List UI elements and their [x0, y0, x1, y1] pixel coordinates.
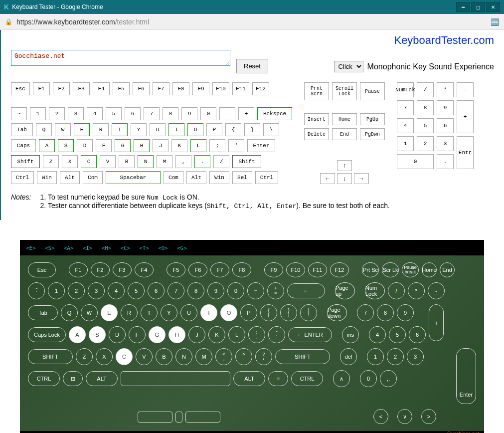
- key2-f2[interactable]: F2: [91, 262, 110, 277]
- key2-9[interactable]: 9: [397, 304, 414, 321]
- key2-alt[interactable]: ALT: [233, 371, 265, 386]
- key2-r[interactable]: R: [121, 304, 138, 321]
- key2-ctrl[interactable]: CTRL: [28, 371, 60, 386]
- key2-3[interactable]: 3: [88, 282, 105, 299]
- key2-z[interactable]: Z: [76, 348, 93, 365]
- key-f[interactable]: F: [96, 139, 112, 152]
- tag[interactable]: <A>: [64, 245, 74, 251]
- key-y[interactable]: Y: [131, 123, 147, 136]
- key-e[interactable]: E: [74, 123, 90, 136]
- key2-tab[interactable]: Tab: [28, 305, 58, 320]
- key-f11[interactable]: F11: [232, 82, 249, 95]
- key2-f9[interactable]: F9: [264, 262, 283, 277]
- key2-<-,[interactable]: <,: [215, 348, 232, 365]
- key-f6[interactable]: F6: [133, 82, 150, 95]
- key2-esc[interactable]: Esc: [28, 262, 56, 277]
- key-j[interactable]: J: [153, 139, 168, 152]
- key-spacebar[interactable]: Spacebar: [106, 171, 161, 184]
- key-alt[interactable]: Alt: [186, 171, 206, 184]
- key2-,,[interactable]: ,,: [380, 370, 397, 387]
- key2-6[interactable]: 6: [148, 282, 165, 299]
- key-'[interactable]: ': [228, 139, 244, 152]
- key-/[interactable]: /: [213, 155, 229, 168]
- key2-?-/[interactable]: ?/: [255, 348, 272, 365]
- key2-n[interactable]: N: [175, 348, 192, 365]
- key-f12[interactable]: F12: [252, 82, 269, 95]
- key2-e[interactable]: E: [101, 304, 118, 321]
- arrow-down-key[interactable]: ↓: [337, 173, 352, 184]
- key-np-0[interactable]: 0: [397, 154, 434, 169]
- key2-f10[interactable]: F10: [286, 262, 305, 277]
- key2->-.[interactable]: >.: [235, 348, 252, 365]
- key2-g[interactable]: G: [149, 326, 166, 343]
- key2-_--[interactable]: _-: [247, 282, 264, 299]
- spacebar-segment[interactable]: [185, 412, 220, 423]
- key-{[interactable]: {: [225, 123, 241, 136]
- key-esc[interactable]: Esc: [11, 82, 30, 95]
- key-f8[interactable]: F8: [172, 82, 189, 95]
- key-scroll-lock[interactable]: ScrollLock: [332, 82, 357, 100]
- key-insert[interactable]: Insert: [304, 113, 329, 125]
- key-np-enter[interactable]: Entr: [457, 136, 474, 169]
- key-d[interactable]: D: [77, 139, 93, 152]
- minimize-button[interactable]: ━: [456, 2, 470, 12]
- key-c[interactable]: C: [81, 155, 97, 168]
- key2-∨[interactable]: ∨: [397, 409, 412, 424]
- key-np-1[interactable]: 1: [397, 136, 414, 151]
- arrow-right-key[interactable]: →: [354, 173, 369, 184]
- key-s[interactable]: S: [58, 139, 74, 152]
- key2-b[interactable]: B: [156, 348, 172, 365]
- key-7[interactable]: 7: [144, 107, 160, 120]
- key2-4[interactable]: 4: [108, 282, 125, 299]
- key2-:-;[interactable]: :;: [248, 326, 265, 343]
- key-3[interactable]: 3: [68, 107, 84, 120]
- key-np-8[interactable]: 8: [417, 100, 434, 115]
- key-end[interactable]: End: [332, 128, 357, 140]
- key-r[interactable]: R: [93, 123, 109, 136]
- tag[interactable]: <H>: [102, 245, 112, 251]
- key2-f6[interactable]: F6: [188, 262, 207, 277]
- key-8[interactable]: 8: [163, 107, 178, 120]
- key-;[interactable]: ;: [209, 139, 225, 152]
- key2-f7[interactable]: F7: [210, 262, 229, 277]
- key2-8[interactable]: 8: [187, 282, 204, 299]
- key2-≡[interactable]: ≡: [268, 371, 288, 386]
- key2-a[interactable]: A: [69, 326, 86, 343]
- key2-home[interactable]: Home: [422, 262, 437, 277]
- key2-2[interactable]: 2: [387, 348, 404, 365]
- key--[interactable]: -: [219, 107, 235, 120]
- key-q[interactable]: Q: [36, 123, 52, 136]
- key2-shift[interactable]: SHIFT: [28, 349, 73, 364]
- key-home[interactable]: Home: [332, 113, 357, 125]
- key2-+-=[interactable]: +=: [267, 282, 284, 299]
- key-np-5[interactable]: 5: [417, 118, 434, 133]
- tag[interactable]: <C>: [120, 245, 130, 251]
- key2-pause break[interactable]: Pausebreak: [402, 262, 419, 277]
- key-np-6[interactable]: 6: [437, 118, 454, 133]
- key2-ins[interactable]: ins: [342, 326, 359, 343]
- tag[interactable]: <S>: [45, 245, 55, 251]
- key-com[interactable]: Com: [83, 171, 103, 184]
- key2-2[interactable]: 2: [68, 282, 85, 299]
- test-input[interactable]: [11, 50, 230, 66]
- key2-i[interactable]: I: [200, 304, 217, 321]
- key-2[interactable]: 2: [49, 107, 65, 120]
- key-n[interactable]: N: [138, 155, 154, 168]
- key2-f1[interactable]: F1: [69, 262, 88, 277]
- key2-end[interactable]: End: [440, 262, 455, 277]
- reset-button[interactable]: Reset: [236, 59, 268, 73]
- spacebar-segment[interactable]: [175, 412, 182, 423]
- key-}[interactable]: }: [244, 123, 260, 136]
- key2-9[interactable]: 9: [207, 282, 224, 299]
- key-win[interactable]: Win: [37, 171, 57, 184]
- key2-h[interactable]: H: [168, 326, 185, 343]
- key2-f5[interactable]: F5: [167, 262, 185, 277]
- key-np-/[interactable]: /: [417, 82, 434, 97]
- key2-f12[interactable]: F12: [330, 262, 349, 277]
- key-f5[interactable]: F5: [113, 82, 130, 95]
- key-f4[interactable]: F4: [93, 82, 110, 95]
- key2-0[interactable]: 0: [360, 370, 377, 387]
- key-0[interactable]: 0: [200, 107, 216, 120]
- key-b[interactable]: B: [119, 155, 135, 168]
- key2-0[interactable]: 0: [227, 282, 244, 299]
